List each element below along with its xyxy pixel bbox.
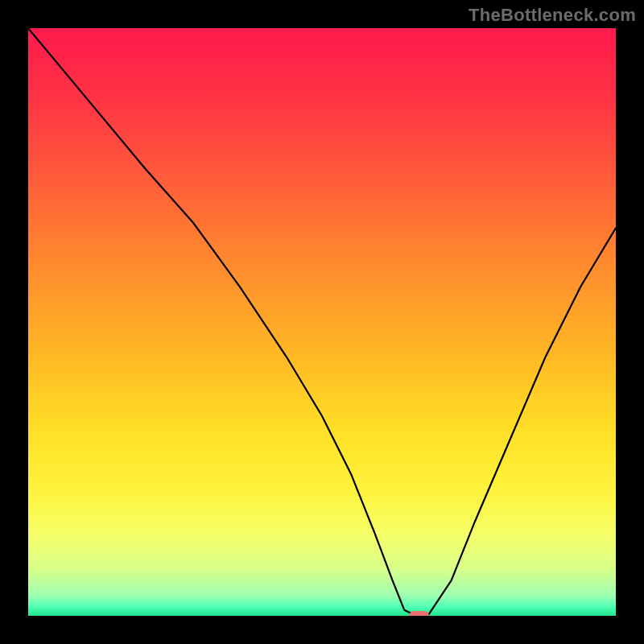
- optimal-marker: [409, 611, 430, 616]
- chart-container: TheBottleneck.com: [0, 0, 644, 644]
- bottleneck-curve: [28, 28, 616, 616]
- plot-area: [28, 28, 616, 616]
- watermark-text: TheBottleneck.com: [469, 5, 636, 26]
